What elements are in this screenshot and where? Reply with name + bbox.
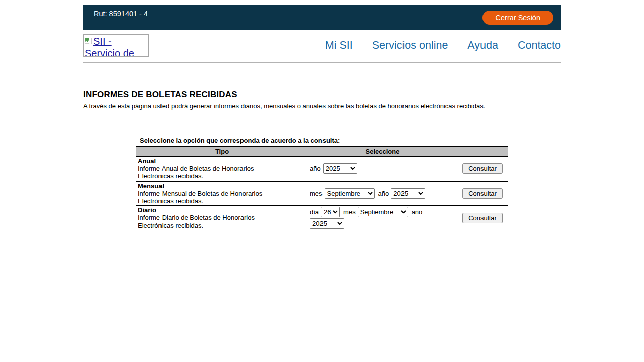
mensual-year-label: año (378, 190, 389, 197)
reports-table: Tipo Seleccione Anual Informe Anual de B… (136, 146, 508, 230)
broken-image-icon (85, 38, 93, 45)
table-header-row: Tipo Seleccione (136, 147, 508, 157)
mensual-year-select[interactable]: 2025 (391, 188, 425, 199)
nav-link-servicios-online[interactable]: Servicios online (372, 39, 448, 52)
session-topbar: Rut: 8591401 - 4 Cerrar Sesión (83, 5, 561, 30)
anual-year-select[interactable]: 2025 (323, 163, 357, 174)
sii-logo-link[interactable]: SII - Servicio de (83, 34, 149, 57)
nav-link-ayuda[interactable]: Ayuda (467, 39, 498, 52)
diario-controls-line2: 2025 (310, 218, 455, 229)
site-header: SII - Servicio de Mi SII Servicios onlin… (83, 34, 561, 63)
anual-year-label: año (310, 165, 321, 172)
table-caption: Seleccione la opción que corresponda de … (140, 137, 561, 144)
column-header-tipo: Tipo (136, 147, 308, 157)
mensual-month-select[interactable]: Septiembre (325, 188, 375, 199)
nav-link-contacto[interactable]: Contacto (518, 39, 561, 52)
mensual-type-label: Mensual (138, 182, 164, 190)
diario-type-label: Diario (138, 206, 156, 214)
diario-year-select[interactable]: 2025 (310, 218, 344, 229)
table-row-mensual: Mensual Informe Mensual de Boletas de Ho… (136, 181, 508, 206)
anual-consultar-button[interactable]: Consultar (462, 163, 503, 174)
rut-label: Rut: 8591401 - 4 (94, 10, 148, 18)
cerrar-sesion-button[interactable]: Cerrar Sesión (482, 11, 553, 25)
nav-link-mi-sii[interactable]: Mi SII (325, 39, 353, 52)
column-header-action (457, 147, 508, 157)
consult-section: Seleccione la opción que corresponda de … (136, 137, 561, 230)
mensual-consultar-button[interactable]: Consultar (462, 188, 503, 199)
anual-type-label: Anual (138, 157, 156, 165)
column-header-seleccione: Seleccione (308, 147, 457, 157)
table-row-diario: Diario Informe Diario de Boletas de Hono… (136, 206, 508, 230)
table-row-anual: Anual Informe Anual de Boletas de Honora… (136, 157, 508, 182)
diario-month-label: mes (343, 208, 356, 216)
mensual-month-label: mes (310, 190, 323, 197)
page-container: Rut: 8591401 - 4 Cerrar Sesión SII - Ser… (83, 0, 561, 230)
diario-day-label: día (310, 208, 319, 216)
mensual-type-description: Informe Mensual de Boletas de Honorarios… (138, 190, 289, 205)
anual-type-description: Informe Anual de Boletas de Honorarios E… (138, 165, 289, 180)
page-description: A través de esta página usted podrá gene… (83, 102, 561, 110)
logo-alt-text: SII - Servicio de (85, 36, 134, 57)
diario-month-select[interactable]: Septiembre (358, 207, 408, 217)
diario-controls-line1: día26mesSeptiembreaño (310, 207, 455, 217)
page-title: INFORMES DE BOLETAS RECIBIDAS (83, 89, 561, 100)
diario-type-description: Informe Diario de Boletas de Honorarios … (138, 214, 289, 229)
diario-year-label: año (412, 208, 423, 216)
diario-day-select[interactable]: 26 (321, 207, 340, 217)
main-nav: Mi SII Servicios online Ayuda Contacto (325, 39, 561, 52)
diario-consultar-button[interactable]: Consultar (462, 213, 503, 223)
section-divider (83, 122, 561, 122)
